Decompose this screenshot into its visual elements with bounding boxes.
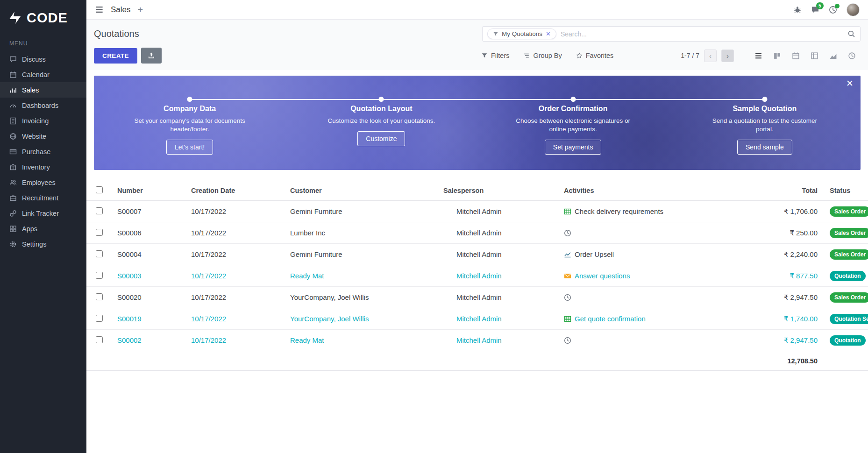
pager-previous-button[interactable]: ‹ — [704, 50, 717, 62]
onboarding-banner: ✕ Company Data Set your company's data f… — [94, 76, 861, 170]
table-header: Number Creation Date Customer Salesperso… — [86, 180, 868, 201]
create-button[interactable]: CREATE — [94, 48, 137, 64]
column-header-salesperson[interactable]: Salesperson — [436, 187, 556, 194]
banner-close-icon[interactable]: ✕ — [846, 79, 854, 88]
cell-activity[interactable]: Answer questions — [556, 272, 753, 280]
sidebar-item-employees[interactable]: Employees — [0, 175, 86, 190]
sidebar-item-purchase[interactable]: Purchase — [0, 144, 86, 159]
row-checkbox[interactable] — [96, 229, 103, 236]
messages-icon[interactable]: 5 — [811, 6, 819, 14]
current-app-name[interactable]: Sales — [111, 5, 131, 14]
favorites-button[interactable]: Favorites — [576, 52, 614, 59]
graph-view-button[interactable] — [825, 49, 842, 63]
cell-activity[interactable]: Check delivery requirements — [556, 207, 753, 215]
lets-start-button[interactable]: Let's start! — [166, 140, 213, 155]
sidebar-item-invoicing[interactable]: Invoicing — [0, 113, 86, 128]
search-input[interactable] — [561, 30, 843, 38]
topbar: Sales + 5 — [86, 0, 868, 20]
user-avatar[interactable] — [847, 3, 860, 16]
cell-status: Quotation — [823, 335, 868, 346]
control-panel: Quotations My Quotations ✕ CREATE Filter… — [86, 20, 868, 70]
row-checkbox[interactable] — [96, 293, 103, 300]
sidebar-item-recruitment[interactable]: Recruitment — [0, 190, 86, 205]
brand[interactable]: CODE — [0, 0, 86, 37]
list-view-button[interactable] — [750, 49, 767, 63]
cell-creation-date: 10/17/2022 — [184, 293, 283, 301]
cell-status: Sales Order — [823, 228, 868, 238]
table-row[interactable]: S00003 10/17/2022 Ready Mat Mitchell Adm… — [86, 265, 868, 287]
row-checkbox[interactable] — [96, 250, 103, 257]
cell-customer: Ready Mat — [283, 336, 436, 344]
calendar-view-button[interactable] — [787, 49, 804, 63]
status-badge: Quotation — [830, 271, 866, 281]
column-header-total[interactable]: Total — [753, 187, 823, 194]
send-sample-button[interactable]: Send sample — [737, 140, 792, 155]
cell-activity[interactable] — [556, 294, 753, 301]
select-all-checkbox[interactable] — [96, 186, 103, 193]
table-row[interactable]: S00020 10/17/2022 YourCompany, Joel Will… — [86, 287, 868, 308]
sidebar-item-discuss[interactable]: Discuss — [0, 51, 86, 67]
cell-activity[interactable]: Get quote confirmation — [556, 315, 753, 323]
salesperson-name: Mitchell Admin — [456, 272, 502, 280]
cell-number: S00007 — [110, 207, 184, 215]
search-bar[interactable]: My Quotations ✕ — [482, 26, 861, 42]
sidebar-item-sales[interactable]: Sales — [0, 82, 86, 98]
row-checkbox[interactable] — [96, 272, 103, 279]
table-row[interactable]: S00002 10/17/2022 Ready Mat Mitchell Adm… — [86, 330, 868, 351]
sidebar-item-label: Website — [22, 133, 46, 140]
search-facet-my-quotations[interactable]: My Quotations ✕ — [487, 28, 556, 39]
salesperson-name: Mitchell Admin — [456, 336, 502, 344]
hamburger-menu-icon[interactable] — [95, 5, 104, 14]
activity-view-button[interactable] — [843, 49, 861, 63]
cell-customer: Lumber Inc — [283, 229, 436, 237]
sidebar-item-calendar[interactable]: Calendar — [0, 67, 86, 82]
sidebar-item-dashboards[interactable]: Dashboards — [0, 98, 86, 113]
pager-next-button[interactable]: › — [721, 50, 734, 62]
filters-button[interactable]: Filters — [481, 52, 509, 59]
cell-customer: YourCompany, Joel Willis — [283, 315, 436, 323]
column-header-number[interactable]: Number — [110, 187, 184, 194]
table-row[interactable]: S00019 10/17/2022 YourCompany, Joel Will… — [86, 308, 868, 330]
add-tab-button[interactable]: + — [138, 5, 143, 14]
cell-activity[interactable] — [556, 337, 753, 344]
cell-total: ₹ 2,947.50 — [753, 293, 823, 302]
pivot-view-button[interactable] — [806, 49, 823, 63]
group-by-button[interactable]: Group By — [523, 52, 562, 59]
status-badge: Quotation Sent — [830, 314, 868, 324]
pivot-view-icon — [811, 52, 818, 60]
table-row[interactable]: S00004 10/17/2022 Gemini Furniture Mitch… — [86, 244, 868, 265]
activities-clock-icon[interactable] — [829, 6, 837, 14]
cell-creation-date: 10/17/2022 — [184, 315, 283, 323]
row-checkbox[interactable] — [96, 336, 103, 343]
sidebar-item-website[interactable]: Website — [0, 128, 86, 144]
column-header-customer[interactable]: Customer — [283, 187, 436, 194]
column-header-creation-date[interactable]: Creation Date — [184, 187, 283, 194]
cell-salesperson: Mitchell Admin — [436, 336, 556, 345]
customize-button[interactable]: Customize — [357, 131, 405, 146]
table-row[interactable]: S00006 10/17/2022 Lumber Inc Mitchell Ad… — [86, 222, 868, 244]
sidebar-item-apps[interactable]: Apps — [0, 221, 86, 236]
facet-close-icon[interactable]: ✕ — [546, 30, 551, 37]
kanban-view-icon — [773, 52, 781, 60]
sidebar-item-settings[interactable]: Settings — [0, 236, 86, 252]
kanban-view-button[interactable] — [768, 49, 786, 63]
sidebar-item-link-tracker[interactable]: Link Tracker — [0, 205, 86, 221]
spreadsheet-activity-icon — [564, 208, 571, 215]
export-button[interactable] — [141, 48, 162, 64]
cell-activity[interactable]: Order Upsell — [556, 250, 753, 258]
row-checkbox[interactable] — [96, 207, 103, 214]
cell-total: ₹ 2,240.00 — [753, 250, 823, 259]
set-payments-button[interactable]: Set payments — [545, 140, 602, 155]
row-checkbox[interactable] — [96, 315, 103, 322]
table-row[interactable]: S00007 10/17/2022 Gemini Furniture Mitch… — [86, 201, 868, 222]
sidebar-item-label: Invoicing — [22, 117, 49, 125]
debug-bug-icon[interactable] — [793, 6, 802, 14]
search-icon[interactable] — [847, 30, 855, 38]
sidebar-item-inventory[interactable]: Inventory — [0, 159, 86, 175]
cell-status: Sales Order — [823, 249, 868, 260]
filters-label: Filters — [491, 52, 509, 59]
cell-activity[interactable] — [556, 229, 753, 237]
column-header-status[interactable]: Status — [823, 187, 868, 194]
column-header-activities[interactable]: Activities — [556, 187, 753, 194]
star-icon — [576, 52, 583, 59]
